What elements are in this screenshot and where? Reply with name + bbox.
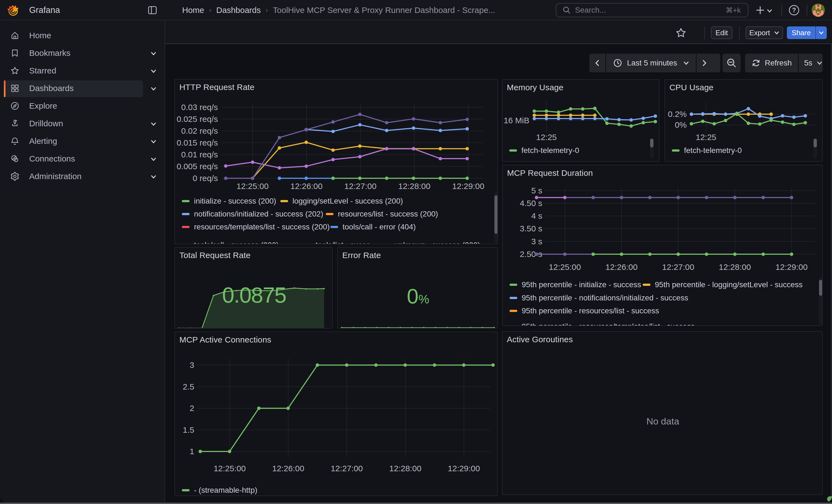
svg-text:0.01 req/s: 0.01 req/s [181,150,218,159]
svg-text:12:25:00: 12:25:00 [549,262,581,271]
svg-text:12:28:00: 12:28:00 [398,182,431,191]
svg-text:0.025 req/s: 0.025 req/s [177,114,218,124]
svg-text:2.5: 2.5 [183,382,194,391]
svg-text:12:28:00: 12:28:00 [719,262,751,271]
svg-text:0.2%: 0.2% [668,109,687,118]
svg-text:5 s: 5 s [531,186,542,195]
svg-text:16 MiB: 16 MiB [504,116,529,125]
svg-text:0 req/s: 0 req/s [192,174,218,183]
svg-text:12:28:00: 12:28:00 [389,464,421,473]
svg-text:0.005 req/s: 0.005 req/s [177,162,218,171]
svg-text:1.5: 1.5 [183,425,194,434]
svg-text:4.50 s: 4.50 s [520,198,542,208]
svg-text:12:29:00: 12:29:00 [776,262,808,271]
svg-text:12:27:00: 12:27:00 [344,182,376,191]
svg-text:0%: 0% [675,120,687,129]
svg-text:3 s: 3 s [531,237,542,246]
svg-text:12:27:00: 12:27:00 [331,464,363,473]
svg-text:3: 3 [189,361,194,369]
svg-text:12:29:00: 12:29:00 [448,464,480,473]
svg-text:2: 2 [189,404,194,413]
svg-text:0.015 req/s: 0.015 req/s [177,138,218,147]
svg-text:12:26:00: 12:26:00 [290,182,323,191]
svg-text:12:25: 12:25 [696,133,716,142]
svg-text:12:27:00: 12:27:00 [662,262,695,271]
svg-text:1: 1 [189,447,194,456]
svg-text:?: ? [792,7,796,14]
svg-text:4 s: 4 s [531,211,542,220]
svg-text:12:25:00: 12:25:00 [237,182,269,191]
svg-text:0.02 req/s: 0.02 req/s [181,126,218,135]
svg-text:12:25: 12:25 [536,133,556,142]
svg-text:3.50 s: 3.50 s [520,224,542,233]
svg-text:12:29:00: 12:29:00 [452,182,485,191]
svg-text:0.03 req/s: 0.03 req/s [181,103,218,112]
svg-text:12:26:00: 12:26:00 [272,464,304,473]
svg-text:12:25:00: 12:25:00 [213,464,246,473]
svg-text:12:26:00: 12:26:00 [605,262,638,271]
